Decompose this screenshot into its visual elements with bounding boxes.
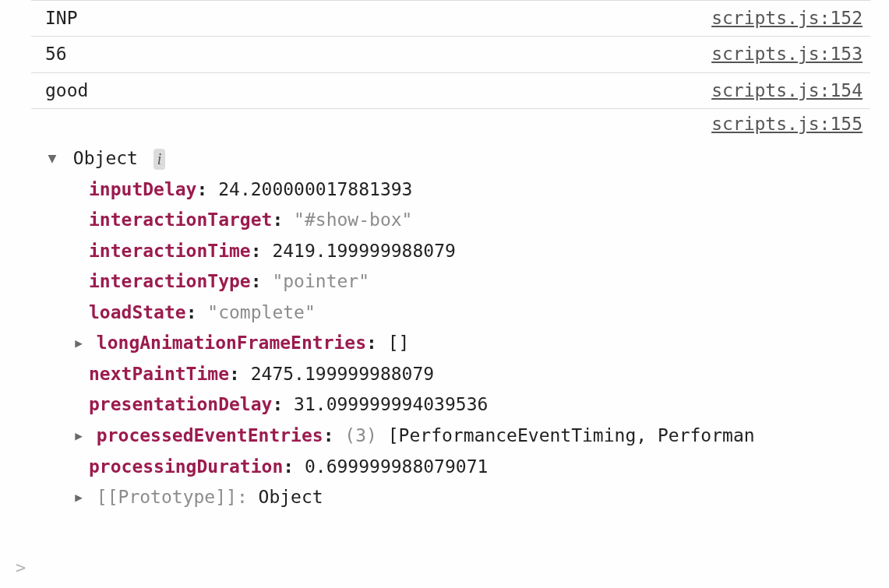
log-row: good scripts.js:154: [31, 73, 870, 109]
object-property[interactable]: loadState: "complete": [45, 298, 863, 329]
prop-key: processingDuration: [89, 456, 283, 477]
prototype-label: [[Prototype]]: [97, 487, 237, 507]
object-property[interactable]: interactionTime: 2419.199999988079: [45, 236, 863, 267]
object-property[interactable]: nextPaintTime: 2475.199999988079: [45, 359, 863, 390]
prop-value: "pointer": [272, 271, 369, 291]
prop-key: processedEventEntries: [97, 425, 323, 445]
prop-key: interactionTime: [89, 241, 251, 261]
info-icon[interactable]: i: [153, 149, 166, 170]
object-block: Object i inputDelay: 24.200000017881393 …: [31, 139, 870, 518]
log-message: good: [45, 78, 88, 104]
console-prompt[interactable]: >: [16, 558, 26, 577]
log-row: 56 scripts.js:153: [31, 37, 870, 72]
chevron-right-icon[interactable]: [72, 424, 86, 448]
log-row-object: scripts.js:155: [31, 109, 870, 139]
prop-key: presentationDelay: [89, 394, 272, 414]
source-link[interactable]: scripts.js:154: [711, 78, 863, 104]
source-link[interactable]: scripts.js:152: [711, 5, 863, 31]
log-row: INP scripts.js:152: [31, 0, 870, 37]
object-header[interactable]: Object i: [45, 143, 863, 174]
log-message: INP: [45, 5, 78, 31]
object-property[interactable]: interactionType: "pointer": [45, 266, 863, 298]
object-property-expandable[interactable]: longAnimationFrameEntries: []: [45, 328, 863, 359]
object-property-expandable[interactable]: [[Prototype]]: Object: [45, 482, 863, 513]
prop-value: 2419.199999988079: [272, 241, 455, 261]
prop-key: nextPaintTime: [89, 364, 229, 384]
object-property-expandable[interactable]: processedEventEntries: (3) [PerformanceE…: [45, 421, 863, 452]
prop-value: []: [388, 333, 410, 353]
prop-value: 31.099999994039536: [294, 394, 488, 414]
object-property[interactable]: presentationDelay: 31.099999994039536: [45, 389, 863, 421]
object-property[interactable]: inputDelay: 24.200000017881393: [45, 174, 863, 206]
prop-value: 0.699999988079071: [305, 456, 488, 477]
prop-value: [PerformanceEventTiming, Performan: [388, 425, 755, 445]
prop-key: inputDelay: [89, 179, 196, 199]
chevron-right-icon[interactable]: [72, 485, 86, 509]
log-message: 56: [45, 41, 67, 67]
object-property[interactable]: processingDuration: 0.699999988079071: [45, 452, 863, 483]
prop-count: (3): [344, 425, 377, 445]
prototype-value: Object: [259, 487, 323, 507]
source-link[interactable]: scripts.js:155: [711, 114, 863, 134]
prop-key: interactionType: [89, 271, 251, 291]
prop-value: "#show-box": [294, 209, 412, 230]
chevron-down-icon[interactable]: [45, 146, 59, 171]
prop-value: 24.200000017881393: [218, 179, 412, 199]
prop-key: loadState: [89, 302, 186, 322]
object-title: Object: [73, 148, 138, 168]
source-link[interactable]: scripts.js:153: [711, 41, 863, 67]
prop-value: 2475.199999988079: [251, 364, 434, 384]
console-panel: INP scripts.js:152 56 scripts.js:153 goo…: [0, 0, 889, 588]
prop-key: interactionTarget: [89, 209, 272, 230]
chevron-right-icon[interactable]: [72, 331, 86, 355]
prop-key: longAnimationFrameEntries: [97, 333, 366, 353]
object-property[interactable]: interactionTarget: "#show-box": [45, 205, 863, 236]
prop-value: "complete": [207, 302, 315, 322]
